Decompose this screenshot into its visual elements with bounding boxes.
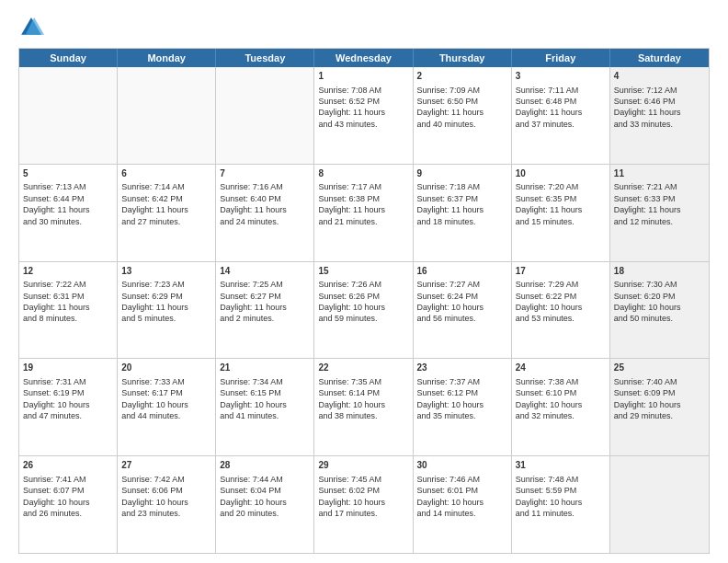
week-row-2: 12Sunrise: 7:22 AM Sunset: 6:31 PM Dayli… [19,261,709,359]
cell-text: Sunrise: 7:16 AM Sunset: 6:40 PM Dayligh… [220,181,310,227]
logo [18,15,48,40]
day-cell [216,67,314,164]
day-cell: 28Sunrise: 7:44 AM Sunset: 6:04 PM Dayli… [216,456,314,553]
day-number: 24 [516,362,606,374]
cell-text: Sunrise: 7:42 AM Sunset: 6:06 PM Dayligh… [121,474,211,520]
day-number: 10 [516,167,606,180]
day-cell: 20Sunrise: 7:33 AM Sunset: 6:17 PM Dayli… [118,359,216,455]
calendar-body: 1Sunrise: 7:08 AM Sunset: 6:52 PM Daylig… [19,67,709,553]
cell-text: Sunrise: 7:40 AM Sunset: 6:09 PM Dayligh… [614,376,705,422]
header [18,15,710,40]
day-number: 8 [318,167,408,180]
cell-text: Sunrise: 7:48 AM Sunset: 5:59 PM Dayligh… [516,474,606,520]
cell-text: Sunrise: 7:33 AM Sunset: 6:17 PM Dayligh… [121,376,211,422]
week-row-3: 19Sunrise: 7:31 AM Sunset: 6:19 PM Dayli… [19,358,709,455]
day-number: 12 [23,265,113,278]
day-number: 5 [23,167,113,180]
day-headers: Sunday Monday Tuesday Wednesday Thursday… [19,49,709,67]
day-cell: 29Sunrise: 7:45 AM Sunset: 6:02 PM Dayli… [314,456,413,553]
cell-text: Sunrise: 7:31 AM Sunset: 6:19 PM Dayligh… [23,376,113,422]
cell-text: Sunrise: 7:17 AM Sunset: 6:38 PM Dayligh… [318,181,408,227]
day-number: 31 [516,459,606,472]
page: Sunday Monday Tuesday Wednesday Thursday… [0,0,728,563]
cell-text: Sunrise: 7:44 AM Sunset: 6:04 PM Dayligh… [220,474,310,520]
header-sunday: Sunday [19,49,118,67]
day-number: 11 [614,167,705,180]
day-number: 18 [614,265,705,278]
cell-text: Sunrise: 7:26 AM Sunset: 6:26 PM Dayligh… [318,279,408,325]
day-cell: 22Sunrise: 7:35 AM Sunset: 6:14 PM Dayli… [314,359,413,455]
day-cell: 6Sunrise: 7:14 AM Sunset: 6:42 PM Daylig… [118,165,216,261]
week-row-4: 26Sunrise: 7:41 AM Sunset: 6:07 PM Dayli… [19,455,709,553]
day-cell: 27Sunrise: 7:42 AM Sunset: 6:06 PM Dayli… [118,456,216,553]
day-cell [118,67,216,164]
day-number: 29 [318,459,408,472]
day-number: 27 [121,459,211,472]
week-row-1: 5Sunrise: 7:13 AM Sunset: 6:44 PM Daylig… [19,164,709,261]
day-cell: 4Sunrise: 7:12 AM Sunset: 6:46 PM Daylig… [610,67,709,164]
day-cell: 21Sunrise: 7:34 AM Sunset: 6:15 PM Dayli… [216,359,314,455]
day-cell: 30Sunrise: 7:46 AM Sunset: 6:01 PM Dayli… [414,456,512,553]
day-cell: 2Sunrise: 7:09 AM Sunset: 6:50 PM Daylig… [414,67,512,164]
header-saturday: Saturday [610,49,709,67]
cell-text: Sunrise: 7:22 AM Sunset: 6:31 PM Dayligh… [23,279,113,325]
day-number: 25 [614,362,705,374]
day-cell: 25Sunrise: 7:40 AM Sunset: 6:09 PM Dayli… [610,359,709,455]
calendar: Sunday Monday Tuesday Wednesday Thursday… [18,48,710,554]
day-number: 6 [121,167,211,180]
cell-text: Sunrise: 7:30 AM Sunset: 6:20 PM Dayligh… [614,279,705,325]
day-number: 17 [516,265,606,278]
day-number: 28 [220,459,310,472]
day-number: 15 [318,265,408,278]
day-cell: 11Sunrise: 7:21 AM Sunset: 6:33 PM Dayli… [610,165,709,261]
day-cell: 1Sunrise: 7:08 AM Sunset: 6:52 PM Daylig… [314,67,413,164]
day-cell: 15Sunrise: 7:26 AM Sunset: 6:26 PM Dayli… [314,262,413,359]
day-number: 23 [417,362,507,374]
day-cell: 17Sunrise: 7:29 AM Sunset: 6:22 PM Dayli… [512,262,610,359]
header-friday: Friday [512,49,610,67]
day-cell [610,456,709,553]
cell-text: Sunrise: 7:23 AM Sunset: 6:29 PM Dayligh… [121,279,211,325]
cell-text: Sunrise: 7:21 AM Sunset: 6:33 PM Dayligh… [614,181,705,227]
day-number: 21 [220,362,310,374]
cell-text: Sunrise: 7:27 AM Sunset: 6:24 PM Dayligh… [417,279,507,325]
day-number: 2 [417,70,507,83]
cell-text: Sunrise: 7:08 AM Sunset: 6:52 PM Dayligh… [318,85,408,131]
day-number: 13 [121,265,211,278]
cell-text: Sunrise: 7:25 AM Sunset: 6:27 PM Dayligh… [220,279,310,325]
cell-text: Sunrise: 7:46 AM Sunset: 6:01 PM Dayligh… [417,474,507,520]
day-number: 19 [23,362,113,374]
day-cell: 3Sunrise: 7:11 AM Sunset: 6:48 PM Daylig… [512,67,610,164]
day-number: 9 [417,167,507,180]
cell-text: Sunrise: 7:12 AM Sunset: 6:46 PM Dayligh… [614,85,705,131]
day-number: 1 [318,70,408,83]
day-cell: 10Sunrise: 7:20 AM Sunset: 6:35 PM Dayli… [512,165,610,261]
day-cell [19,67,118,164]
cell-text: Sunrise: 7:34 AM Sunset: 6:15 PM Dayligh… [220,376,310,422]
cell-text: Sunrise: 7:29 AM Sunset: 6:22 PM Dayligh… [516,279,606,325]
day-cell: 5Sunrise: 7:13 AM Sunset: 6:44 PM Daylig… [19,165,118,261]
day-number: 16 [417,265,507,278]
header-monday: Monday [118,49,216,67]
day-cell: 14Sunrise: 7:25 AM Sunset: 6:27 PM Dayli… [216,262,314,359]
cell-text: Sunrise: 7:37 AM Sunset: 6:12 PM Dayligh… [417,376,507,422]
day-cell: 13Sunrise: 7:23 AM Sunset: 6:29 PM Dayli… [118,262,216,359]
day-number: 30 [417,459,507,472]
day-cell: 8Sunrise: 7:17 AM Sunset: 6:38 PM Daylig… [314,165,413,261]
week-row-0: 1Sunrise: 7:08 AM Sunset: 6:52 PM Daylig… [19,67,709,164]
cell-text: Sunrise: 7:38 AM Sunset: 6:10 PM Dayligh… [516,376,606,422]
cell-text: Sunrise: 7:11 AM Sunset: 6:48 PM Dayligh… [516,85,606,131]
day-number: 14 [220,265,310,278]
cell-text: Sunrise: 7:13 AM Sunset: 6:44 PM Dayligh… [23,181,113,227]
header-thursday: Thursday [414,49,512,67]
cell-text: Sunrise: 7:35 AM Sunset: 6:14 PM Dayligh… [318,376,408,422]
day-cell: 12Sunrise: 7:22 AM Sunset: 6:31 PM Dayli… [19,262,118,359]
day-number: 3 [516,70,606,83]
cell-text: Sunrise: 7:45 AM Sunset: 6:02 PM Dayligh… [318,474,408,520]
day-number: 20 [121,362,211,374]
cell-text: Sunrise: 7:14 AM Sunset: 6:42 PM Dayligh… [121,181,211,227]
day-cell: 23Sunrise: 7:37 AM Sunset: 6:12 PM Dayli… [414,359,512,455]
day-cell: 26Sunrise: 7:41 AM Sunset: 6:07 PM Dayli… [19,456,118,553]
header-wednesday: Wednesday [314,49,413,67]
day-cell: 24Sunrise: 7:38 AM Sunset: 6:10 PM Dayli… [512,359,610,455]
